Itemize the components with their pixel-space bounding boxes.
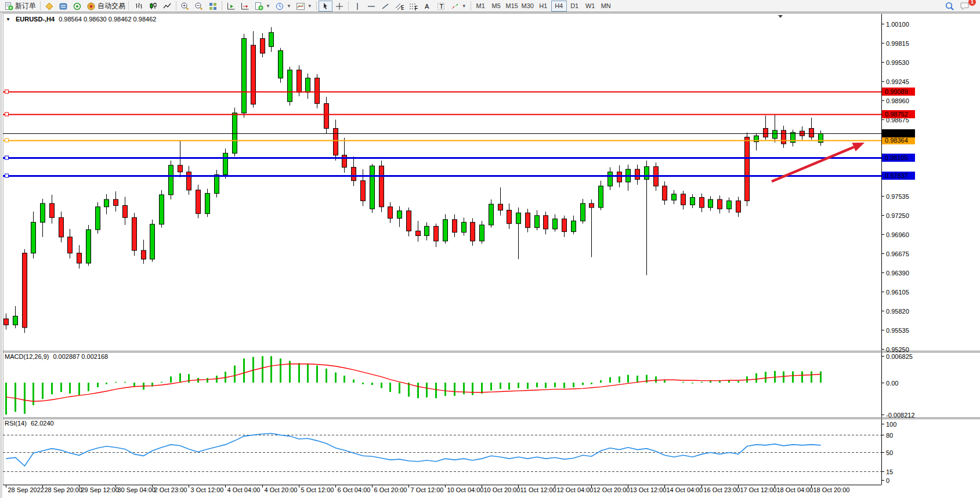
chevron-down-icon: ▼	[462, 3, 467, 9]
chevron-down-icon: ▼	[308, 3, 312, 9]
new-chart-icon	[254, 2, 263, 10]
separator	[222, 1, 222, 10]
new-order-label: 新订单	[15, 1, 36, 11]
line-anchor[interactable]	[5, 174, 9, 177]
autoscroll-button[interactable]	[224, 1, 238, 12]
svg-text:0.98462: 0.98462	[885, 130, 908, 137]
svg-text:0.96675: 0.96675	[886, 250, 909, 257]
line-anchor[interactable]	[5, 139, 9, 142]
chart-shift-button[interactable]	[238, 1, 252, 12]
new-order-icon	[4, 2, 13, 10]
svg-text:14 Oct 04:00: 14 Oct 04:00	[667, 486, 703, 493]
svg-text:11 Oct 12:00: 11 Oct 12:00	[520, 486, 556, 493]
svg-text:0.96105: 0.96105	[886, 289, 909, 296]
svg-text:28 Sep 20:00: 28 Sep 20:00	[45, 486, 82, 493]
trendline-icon	[381, 2, 390, 10]
chevron-down-icon: ▼	[266, 3, 270, 9]
period-button[interactable]: ▼	[273, 1, 294, 12]
chart-canvas[interactable]: 1.001000.998150.995300.992450.989600.986…	[0, 0, 980, 498]
tf-m1-button[interactable]: M1	[473, 1, 489, 12]
search-button[interactable]	[942, 1, 957, 12]
svg-text:17 Oct 12:00: 17 Oct 12:00	[740, 486, 777, 493]
vertical-line-icon	[353, 2, 362, 10]
symbol-dropdown-icon[interactable]: ▼	[6, 17, 10, 22]
svg-text:10 Oct 04:00: 10 Oct 04:00	[447, 486, 484, 493]
tf-m5-button[interactable]: M5	[489, 1, 504, 12]
svg-text:100: 100	[886, 421, 896, 428]
separator	[176, 1, 176, 10]
line-anchor[interactable]	[5, 112, 9, 116]
bar-chart-icon	[135, 2, 144, 10]
svg-text:80: 80	[886, 432, 893, 439]
svg-text:30 Sep 04:00: 30 Sep 04:00	[118, 486, 156, 493]
vertical-line-button[interactable]	[350, 1, 364, 12]
new-chart-button[interactable]: ▼	[252, 1, 273, 12]
signals-icon	[73, 2, 82, 10]
new-order-button[interactable]: 新订单	[2, 1, 38, 12]
svg-text:0.99245: 0.99245	[886, 78, 909, 85]
fibonacci-button[interactable]: F	[406, 1, 420, 12]
svg-text:0.98960: 0.98960	[886, 97, 909, 104]
ohlc-values: 0.98564 0.98630 0.98462 0.98462	[59, 16, 156, 23]
svg-text:29 Sep 12:00: 29 Sep 12:00	[81, 486, 119, 493]
chart-candles-button[interactable]	[146, 1, 160, 12]
chart-line-button[interactable]	[160, 1, 174, 12]
zoom-in-icon	[180, 2, 190, 10]
crosshair-button[interactable]	[332, 1, 346, 12]
svg-text:0.99089: 0.99089	[885, 88, 908, 95]
svg-text:0.96960: 0.96960	[886, 231, 909, 238]
tf-m15-button[interactable]: M15	[504, 1, 520, 12]
text-label-button[interactable]: T	[434, 1, 448, 12]
svg-text:0.98364: 0.98364	[885, 137, 908, 144]
zoom-in-button[interactable]	[178, 1, 192, 12]
svg-text:0.95250: 0.95250	[886, 346, 909, 353]
toolbar-handle	[128, 2, 131, 10]
trendline-button[interactable]	[378, 1, 392, 12]
candlestick-icon	[149, 2, 158, 10]
signals-button[interactable]	[70, 1, 84, 12]
symbols-button[interactable]	[42, 1, 56, 12]
tile-windows-icon	[208, 2, 218, 10]
tf-d1-button[interactable]: D1	[567, 1, 583, 12]
text-label-icon: T	[436, 2, 446, 10]
tf-m30-button[interactable]: M30	[520, 1, 536, 12]
svg-text:F: F	[414, 4, 418, 10]
macd-values: 0.002887 0.002168	[53, 353, 108, 360]
channel-icon: E	[395, 2, 404, 10]
rsi-value: 62.0240	[31, 420, 54, 427]
data-window-button[interactable]	[56, 1, 70, 12]
chart-bars-button[interactable]	[132, 1, 146, 12]
svg-text:6 Oct 04:00: 6 Oct 04:00	[338, 486, 371, 493]
rsi-line	[6, 433, 821, 466]
auto-trading-button[interactable]: 自动交易	[84, 1, 128, 12]
text-button[interactable]: A	[420, 1, 434, 12]
svg-text:A: A	[425, 3, 429, 10]
svg-text:4 Oct 20:00: 4 Oct 20:00	[265, 486, 298, 493]
tf-w1-button[interactable]: W1	[583, 1, 598, 12]
macd-indicator-label: MACD(12,26,9) 0.002887 0.002168	[5, 353, 108, 360]
chart-shift-marker[interactable]	[778, 15, 783, 18]
line-anchor[interactable]	[5, 90, 9, 93]
zoom-out-button[interactable]	[192, 1, 206, 12]
horizontal-line-button[interactable]	[364, 1, 378, 12]
chevron-down-icon: ▼	[287, 3, 291, 9]
tf-h1-button[interactable]: H1	[536, 1, 551, 12]
svg-text:0.99815: 0.99815	[886, 40, 909, 47]
tile-windows-button[interactable]	[206, 1, 220, 12]
macd-signal-line	[6, 364, 821, 401]
svg-text:3 Oct 12:00: 3 Oct 12:00	[191, 486, 224, 493]
indicators-button[interactable]: ▼	[294, 1, 314, 12]
arrows-button[interactable]: ▼	[448, 1, 469, 12]
svg-text:0.97837: 0.97837	[885, 172, 908, 179]
tf-mn-button[interactable]: MN	[598, 1, 614, 12]
separator	[471, 1, 471, 10]
svg-text:50: 50	[886, 449, 893, 456]
svg-text:10 Oct 20:00: 10 Oct 20:00	[484, 486, 520, 493]
autoscroll-icon	[226, 2, 236, 10]
line-anchor[interactable]	[5, 156, 9, 159]
candlestick-series[interactable]	[4, 27, 823, 333]
cursor-button[interactable]	[319, 1, 332, 12]
channel-button[interactable]: E	[392, 1, 406, 12]
tf-h4-button[interactable]: H4	[551, 1, 567, 12]
svg-text:0.95535: 0.95535	[886, 327, 909, 334]
